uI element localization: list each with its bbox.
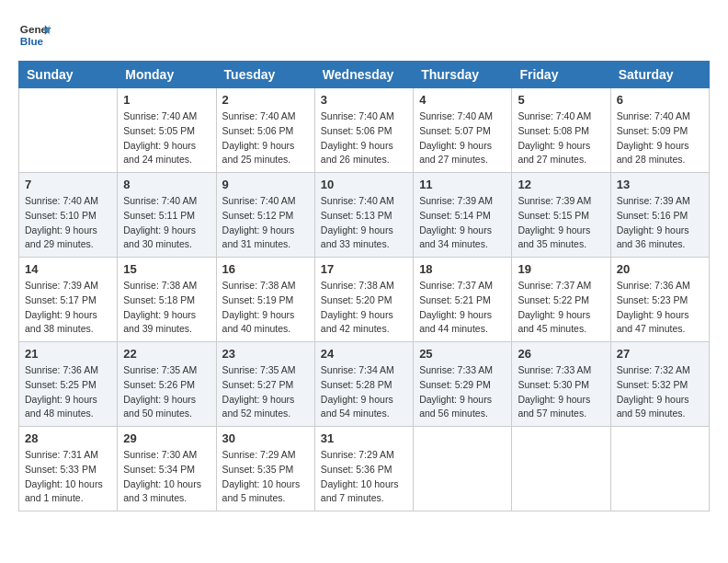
day-number: 13 <box>617 178 703 191</box>
day-number: 7 <box>25 178 111 191</box>
calendar-cell: 29 Sunrise: 7:30 AMSunset: 5:34 PMDaylig… <box>118 427 216 511</box>
day-info: Sunrise: 7:40 AMSunset: 5:12 PMDaylight:… <box>222 194 309 252</box>
calendar-cell: 10 Sunrise: 7:40 AMSunset: 5:13 PMDaylig… <box>314 173 413 258</box>
calendar-cell: 17 Sunrise: 7:38 AMSunset: 5:20 PMDaylig… <box>314 258 413 342</box>
day-number: 12 <box>518 178 604 191</box>
calendar-week-row: 14 Sunrise: 7:39 AMSunset: 5:17 PMDaylig… <box>19 258 710 342</box>
calendar-cell: 15 Sunrise: 7:38 AMSunset: 5:18 PMDaylig… <box>118 258 216 342</box>
day-info: Sunrise: 7:33 AMSunset: 5:29 PMDaylight:… <box>419 363 506 421</box>
day-info: Sunrise: 7:39 AMSunset: 5:17 PMDaylight:… <box>25 279 111 337</box>
calendar-cell: 7 Sunrise: 7:40 AMSunset: 5:10 PMDayligh… <box>19 173 118 258</box>
calendar-cell: 19 Sunrise: 7:37 AMSunset: 5:22 PMDaylig… <box>512 258 610 342</box>
day-info: Sunrise: 7:31 AMSunset: 5:33 PMDaylight:… <box>25 448 111 506</box>
weekday-header-monday: Monday <box>118 62 216 88</box>
calendar-cell: 28 Sunrise: 7:31 AMSunset: 5:33 PMDaylig… <box>19 427 118 511</box>
day-info: Sunrise: 7:36 AMSunset: 5:23 PMDaylight:… <box>617 279 703 337</box>
day-number: 30 <box>222 431 309 445</box>
day-info: Sunrise: 7:33 AMSunset: 5:30 PMDaylight:… <box>518 363 604 421</box>
day-info: Sunrise: 7:36 AMSunset: 5:25 PMDaylight:… <box>25 363 111 421</box>
day-info: Sunrise: 7:29 AMSunset: 5:36 PMDaylight:… <box>321 448 407 506</box>
day-info: Sunrise: 7:40 AMSunset: 5:13 PMDaylight:… <box>321 194 407 252</box>
day-info: Sunrise: 7:40 AMSunset: 5:06 PMDaylight:… <box>222 109 309 167</box>
weekday-header-saturday: Saturday <box>610 62 709 88</box>
day-info: Sunrise: 7:39 AMSunset: 5:16 PMDaylight:… <box>617 194 703 252</box>
day-info: Sunrise: 7:40 AMSunset: 5:09 PMDaylight:… <box>617 109 703 167</box>
calendar-cell: 6 Sunrise: 7:40 AMSunset: 5:09 PMDayligh… <box>610 88 709 173</box>
day-info: Sunrise: 7:35 AMSunset: 5:26 PMDaylight:… <box>123 363 210 421</box>
calendar-week-row: 1 Sunrise: 7:40 AMSunset: 5:05 PMDayligh… <box>19 88 710 173</box>
calendar-cell: 5 Sunrise: 7:40 AMSunset: 5:08 PMDayligh… <box>512 88 610 173</box>
day-number: 24 <box>321 347 407 361</box>
calendar-cell: 22 Sunrise: 7:35 AMSunset: 5:26 PMDaylig… <box>118 342 216 427</box>
calendar-cell <box>610 427 709 511</box>
day-info: Sunrise: 7:37 AMSunset: 5:22 PMDaylight:… <box>518 279 604 337</box>
day-number: 15 <box>123 262 210 276</box>
day-number: 3 <box>321 93 407 107</box>
calendar-cell: 21 Sunrise: 7:36 AMSunset: 5:25 PMDaylig… <box>19 342 118 427</box>
weekday-header-sunday: Sunday <box>19 62 118 88</box>
calendar-header-row: SundayMondayTuesdayWednesdayThursdayFrid… <box>19 62 710 88</box>
calendar-week-row: 28 Sunrise: 7:31 AMSunset: 5:33 PMDaylig… <box>19 427 710 511</box>
calendar-week-row: 21 Sunrise: 7:36 AMSunset: 5:25 PMDaylig… <box>19 342 710 427</box>
day-info: Sunrise: 7:35 AMSunset: 5:27 PMDaylight:… <box>222 363 309 421</box>
weekday-header-tuesday: Tuesday <box>216 62 314 88</box>
day-number: 6 <box>617 93 703 107</box>
calendar-table: SundayMondayTuesdayWednesdayThursdayFrid… <box>18 61 710 511</box>
day-number: 22 <box>123 347 210 361</box>
day-number: 18 <box>419 262 506 276</box>
day-info: Sunrise: 7:40 AMSunset: 5:08 PMDaylight:… <box>518 109 604 167</box>
calendar-cell: 3 Sunrise: 7:40 AMSunset: 5:06 PMDayligh… <box>314 88 413 173</box>
day-number: 10 <box>321 178 407 191</box>
day-number: 23 <box>222 347 309 361</box>
day-number: 5 <box>518 93 604 107</box>
day-info: Sunrise: 7:30 AMSunset: 5:34 PMDaylight:… <box>123 448 210 506</box>
calendar-cell: 27 Sunrise: 7:32 AMSunset: 5:32 PMDaylig… <box>610 342 709 427</box>
day-info: Sunrise: 7:40 AMSunset: 5:05 PMDaylight:… <box>123 109 210 167</box>
calendar-cell: 20 Sunrise: 7:36 AMSunset: 5:23 PMDaylig… <box>610 258 709 342</box>
day-number: 2 <box>222 93 309 107</box>
calendar-cell: 26 Sunrise: 7:33 AMSunset: 5:30 PMDaylig… <box>512 342 610 427</box>
day-info: Sunrise: 7:29 AMSunset: 5:35 PMDaylight:… <box>222 448 309 506</box>
day-number: 21 <box>25 347 111 361</box>
logo-icon: General Blue <box>18 18 51 52</box>
day-info: Sunrise: 7:39 AMSunset: 5:15 PMDaylight:… <box>518 194 604 252</box>
day-number: 17 <box>321 262 407 276</box>
day-info: Sunrise: 7:40 AMSunset: 5:06 PMDaylight:… <box>321 109 407 167</box>
calendar-cell: 30 Sunrise: 7:29 AMSunset: 5:35 PMDaylig… <box>216 427 314 511</box>
calendar-cell <box>414 427 512 511</box>
day-number: 26 <box>518 347 604 361</box>
day-info: Sunrise: 7:32 AMSunset: 5:32 PMDaylight:… <box>617 363 703 421</box>
day-number: 28 <box>25 431 111 445</box>
logo: General Blue <box>18 18 51 52</box>
day-number: 27 <box>617 347 703 361</box>
page-header: General Blue <box>18 18 710 52</box>
day-number: 14 <box>25 262 111 276</box>
day-number: 25 <box>419 347 506 361</box>
calendar-cell: 18 Sunrise: 7:37 AMSunset: 5:21 PMDaylig… <box>414 258 512 342</box>
calendar-cell <box>512 427 610 511</box>
day-info: Sunrise: 7:34 AMSunset: 5:28 PMDaylight:… <box>321 363 407 421</box>
day-info: Sunrise: 7:40 AMSunset: 5:07 PMDaylight:… <box>419 109 506 167</box>
calendar-cell <box>19 88 118 173</box>
day-info: Sunrise: 7:38 AMSunset: 5:20 PMDaylight:… <box>321 279 407 337</box>
calendar-cell: 11 Sunrise: 7:39 AMSunset: 5:14 PMDaylig… <box>414 173 512 258</box>
day-number: 20 <box>617 262 703 276</box>
calendar-cell: 13 Sunrise: 7:39 AMSunset: 5:16 PMDaylig… <box>610 173 709 258</box>
day-number: 19 <box>518 262 604 276</box>
weekday-header-wednesday: Wednesday <box>314 62 413 88</box>
day-number: 29 <box>123 431 210 445</box>
calendar-week-row: 7 Sunrise: 7:40 AMSunset: 5:10 PMDayligh… <box>19 173 710 258</box>
calendar-cell: 9 Sunrise: 7:40 AMSunset: 5:12 PMDayligh… <box>216 173 314 258</box>
weekday-header-friday: Friday <box>512 62 610 88</box>
calendar-cell: 1 Sunrise: 7:40 AMSunset: 5:05 PMDayligh… <box>118 88 216 173</box>
svg-text:Blue: Blue <box>20 35 44 47</box>
day-info: Sunrise: 7:37 AMSunset: 5:21 PMDaylight:… <box>419 279 506 337</box>
weekday-header-thursday: Thursday <box>414 62 512 88</box>
calendar-cell: 24 Sunrise: 7:34 AMSunset: 5:28 PMDaylig… <box>314 342 413 427</box>
calendar-cell: 2 Sunrise: 7:40 AMSunset: 5:06 PMDayligh… <box>216 88 314 173</box>
day-info: Sunrise: 7:39 AMSunset: 5:14 PMDaylight:… <box>419 194 506 252</box>
calendar-cell: 23 Sunrise: 7:35 AMSunset: 5:27 PMDaylig… <box>216 342 314 427</box>
day-info: Sunrise: 7:38 AMSunset: 5:18 PMDaylight:… <box>123 279 210 337</box>
calendar-cell: 14 Sunrise: 7:39 AMSunset: 5:17 PMDaylig… <box>19 258 118 342</box>
day-number: 11 <box>419 178 506 191</box>
